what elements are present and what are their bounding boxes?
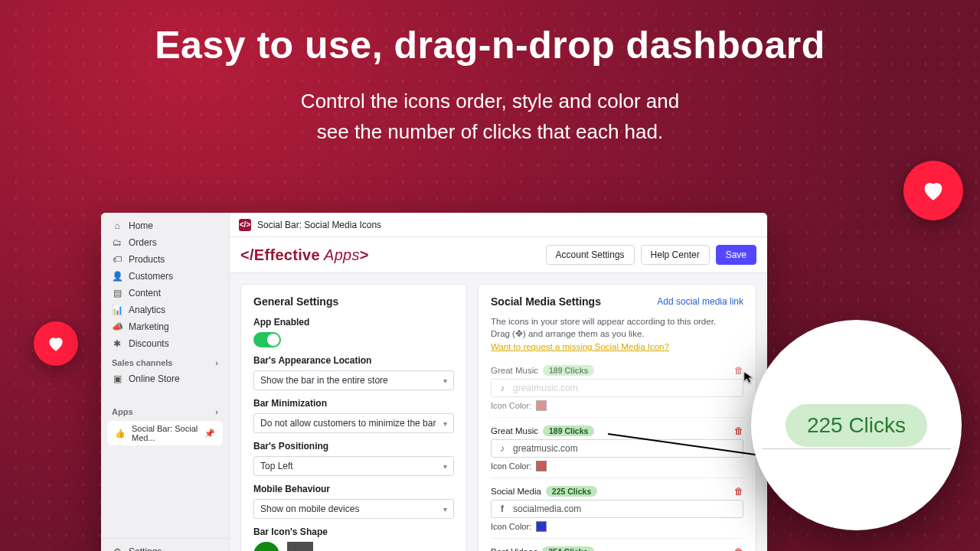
color-swatch[interactable] (536, 400, 547, 411)
platform-icon: f (498, 504, 507, 514)
positioning-select[interactable]: Top Left (253, 456, 454, 476)
app-enabled-label: App Enabled (253, 317, 454, 328)
social-media-panel: Social Media Settings Add social media l… (478, 284, 756, 551)
minimization-select[interactable]: Do not allow customers to minimize the b… (253, 413, 454, 433)
store-icon: ▣ (112, 373, 122, 384)
color-swatch[interactable] (536, 521, 547, 532)
hero: Easy to use, drag-n-drop dashboard Contr… (0, 0, 980, 148)
sidebar-item-orders[interactable]: 🗂Orders (101, 234, 229, 251)
social-item-name: Best Videos (491, 547, 537, 551)
field-label: Bar's Appearance Location (253, 355, 454, 366)
mobile-behaviour-select[interactable]: Show on mobile devices (253, 499, 454, 519)
social-item[interactable]: Best Videos354 Clicks🗑Ebestvideos.comIco… (491, 546, 743, 551)
app-enabled-toggle[interactable] (253, 332, 281, 347)
app-window: ⌂Home🗂Orders🏷Products👤Customers▤Content📊… (101, 213, 767, 551)
icon-color-row: Icon Color: (491, 461, 743, 471)
panel-title: General Settings (253, 295, 454, 308)
shape-option-circle[interactable] (253, 542, 279, 551)
sidebar-section-channels[interactable]: Sales channels› (101, 352, 229, 370)
social-item-name: Great Music (491, 426, 538, 435)
toolbar: </Effective Apps> Account Settings Help … (230, 237, 767, 273)
clicks-pill: 225 Clicks (786, 404, 927, 447)
field-label: Bar's Positioning (253, 441, 454, 452)
field-label: Bar Minimization (253, 398, 454, 409)
nav-icon: 👤 (112, 271, 122, 282)
magnifier-callout: 225 Clicks (751, 320, 962, 530)
social-item[interactable]: Great Music189 Clicks🗑♪greatmusic.comIco… (491, 425, 743, 478)
social-item[interactable]: Great Music189 Clicks🗑♪greatmusic.comIco… (491, 365, 743, 418)
delete-icon[interactable]: 🗑 (734, 486, 743, 497)
sidebar-section-apps[interactable]: Apps› (101, 401, 229, 419)
nav-icon: 📊 (112, 305, 122, 315)
request-icon-link[interactable]: Want to request a missing Social Media I… (491, 342, 669, 351)
platform-icon: ♪ (498, 383, 507, 393)
info-text: The icons in your store will appear acco… (491, 315, 743, 340)
social-item[interactable]: Social Media225 Clicks🗑fsocialmedia.comI… (491, 486, 743, 539)
clicks-badge: 225 Clicks (546, 486, 597, 497)
brand-logo: </Effective Apps> (240, 246, 369, 264)
hero-title: Easy to use, drag-n-drop dashboard (31, 23, 949, 67)
gear-icon: ⚙ (112, 546, 122, 551)
save-button[interactable]: Save (716, 245, 756, 265)
appearance-location-select[interactable]: Show the bar in the entire store (253, 370, 454, 390)
field-label: Mobile Behaviour (253, 484, 454, 494)
hero-subtitle: Control the icons order, style and color… (153, 86, 827, 148)
general-settings-panel: General Settings App Enabled Bar's Appea… (240, 284, 467, 551)
nav-icon: 🗂 (112, 237, 122, 248)
social-url-input[interactable]: fsocialmedia.com (491, 500, 743, 518)
delete-icon[interactable]: 🗑 (734, 546, 743, 551)
nav-icon: 🏷 (112, 254, 122, 265)
sidebar-item-home[interactable]: ⌂Home (101, 217, 229, 234)
sidebar-app-item[interactable]: 👍 Social Bar: Social Med... 📌 (107, 421, 223, 445)
cursor-icon (743, 370, 756, 384)
clicks-badge: 189 Clicks (543, 365, 594, 376)
sidebar-item-marketing[interactable]: 📣Marketing (101, 318, 229, 335)
sidebar-item-products[interactable]: 🏷Products (101, 251, 229, 268)
main: </> Social Bar: Social Media Icons </Eff… (230, 213, 767, 551)
field-label: Bar Icon's Shape (253, 527, 454, 537)
social-url-input[interactable]: ♪greatmusic.com (491, 439, 743, 458)
sidebar-item-online-store[interactable]: ▣ Online Store (101, 370, 229, 387)
app-header: </> Social Bar: Social Media Icons (230, 213, 767, 237)
icon-color-row: Icon Color: (491, 521, 743, 532)
nav-icon: ▤ (112, 288, 122, 298)
account-settings-button[interactable]: Account Settings (546, 245, 635, 265)
thumbs-up-icon: 👍 (115, 429, 126, 439)
social-item-name: Social Media (491, 487, 541, 496)
clicks-badge: 189 Clicks (543, 425, 594, 436)
icon-color-row: Icon Color: (491, 400, 743, 411)
sidebar-item-discounts[interactable]: ✱Discounts (101, 335, 229, 352)
sidebar-item-customers[interactable]: 👤Customers (101, 268, 229, 285)
add-social-link[interactable]: Add social media link (657, 296, 743, 307)
sidebar-item-analytics[interactable]: 📊Analytics (101, 302, 229, 318)
help-center-button[interactable]: Help Center (641, 245, 710, 265)
nav-icon: ⌂ (112, 220, 122, 231)
shape-option-square[interactable] (287, 542, 313, 551)
heart-icon (34, 321, 78, 366)
color-swatch[interactable] (536, 461, 547, 471)
platform-icon: ♪ (498, 443, 507, 454)
clicks-badge: 354 Clicks (542, 546, 593, 551)
panel-title: Social Media Settings (491, 295, 601, 308)
delete-icon[interactable]: 🗑 (734, 425, 743, 436)
social-item-name: Great Music (491, 366, 538, 375)
nav-icon: 📣 (112, 321, 122, 332)
nav-icon: ✱ (112, 338, 122, 349)
app-title: Social Bar: Social Media Icons (257, 220, 381, 230)
heart-icon (903, 161, 963, 220)
app-logo-icon: </> (239, 219, 251, 231)
sidebar: ⌂Home🗂Orders🏷Products👤Customers▤Content📊… (101, 213, 230, 551)
pin-icon[interactable]: 📌 (204, 429, 215, 439)
sidebar-item-content[interactable]: ▤Content (101, 285, 229, 302)
social-url-input[interactable]: ♪greatmusic.com (491, 379, 743, 397)
sidebar-item-settings[interactable]: ⚙ Settings (101, 538, 229, 551)
